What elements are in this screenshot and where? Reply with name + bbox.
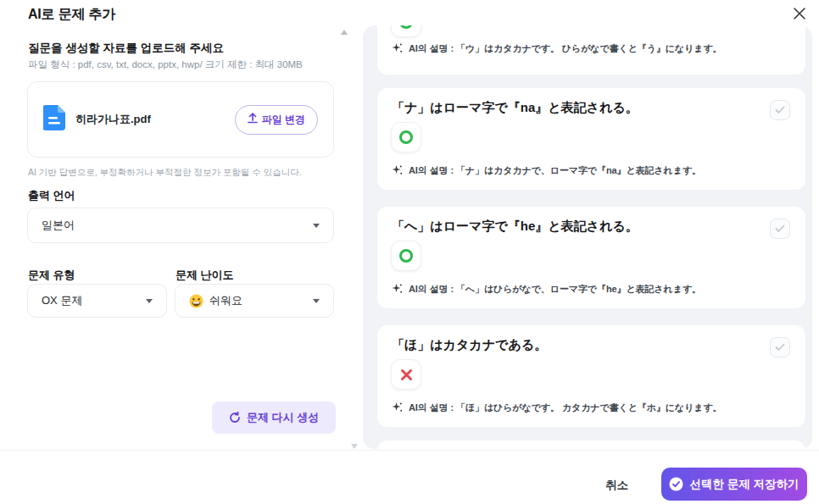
upload-icon xyxy=(248,113,258,126)
question-select-checkbox[interactable] xyxy=(770,337,790,357)
question-text: 「へ」はローマ字で『he』と表記される。 xyxy=(392,219,638,235)
answer-o-icon xyxy=(391,241,421,271)
question-select-checkbox[interactable] xyxy=(770,100,790,120)
save-selected-label: 선택한 문제 저장하기 xyxy=(689,477,799,492)
uploaded-file-name: 히라가나표.pdf xyxy=(75,112,235,127)
question-card: 「ナ」はローマ字で『na』と表記される。 AI의 설명 : 「ナ」はカタカナで、… xyxy=(377,88,805,190)
question-card: AI의 설명 : 「ウ」はカタカナです。 ひらがなで書くと『う』になります。 xyxy=(377,25,805,75)
ai-explanation: AI의 설명 : 「ナ」はカタカナで、ローマ字で『na』と表記されます。 xyxy=(409,164,701,177)
cancel-button[interactable]: 취소 xyxy=(593,471,640,500)
generated-questions-panel: AI의 설명 : 「ウ」はカタカナです。 ひらがなで書くと『う』になります。 「… xyxy=(363,25,812,449)
question-card xyxy=(377,440,805,449)
ai-sparkle-icon xyxy=(392,402,403,417)
close-icon xyxy=(793,7,806,23)
output-language-select[interactable]: 일본어 xyxy=(27,208,334,243)
refresh-icon xyxy=(229,412,241,424)
file-pdf-icon xyxy=(43,105,65,134)
regenerate-questions-button[interactable]: 문제 다시 생성 xyxy=(212,402,336,434)
grinning-face-icon xyxy=(189,294,203,308)
question-type-select[interactable]: OX 문제 xyxy=(27,284,167,318)
answer-o-icon xyxy=(391,25,421,37)
chevron-down-icon xyxy=(146,299,153,303)
page-title: AI로 문제 추가 xyxy=(28,6,115,24)
question-text: 「ナ」はローマ字で『na』と表記される。 xyxy=(392,100,638,116)
upload-heading: 질문을 생성할 자료를 업로드해 주세요 xyxy=(28,41,224,56)
question-text: 「ほ」はカタカナである。 xyxy=(392,337,547,353)
ai-sparkle-icon xyxy=(392,164,403,180)
checkmark-icon xyxy=(775,340,785,355)
ai-sparkle-icon xyxy=(392,283,403,298)
output-language-label: 출력 언어 xyxy=(28,188,75,203)
regenerate-label: 문제 다시 생성 xyxy=(247,410,319,425)
answer-x-icon xyxy=(391,359,421,390)
ai-explanation: AI의 설명 : 「ウ」はカタカナです。 ひらがなで書くと『う』になります。 xyxy=(409,42,722,55)
footer-divider xyxy=(0,450,819,451)
close-button[interactable] xyxy=(788,3,811,25)
save-selected-button[interactable]: 선택한 문제 저장하기 xyxy=(661,468,807,501)
ai-explanation: AI의 설명 : 「へ」はひらがなで、ローマ字で『he』と表記されます。 xyxy=(409,283,701,296)
change-file-label: 파일 변경 xyxy=(262,113,305,127)
ai-disclaimer: AI 기반 답변으로, 부정확하거나 부적절한 정보가 포함될 수 있습니다. xyxy=(28,167,302,179)
question-type-value: OX 문제 xyxy=(42,293,82,308)
uploaded-file-card: 히라가나표.pdf 파일 변경 xyxy=(27,81,334,158)
difficulty-label: 문제 난이도 xyxy=(176,268,234,283)
chevron-down-icon xyxy=(313,299,320,303)
answer-o-icon xyxy=(391,122,421,152)
output-language-value: 일본어 xyxy=(42,218,75,233)
ai-sparkle-icon xyxy=(392,42,403,58)
question-card: 「ほ」はカタカナである。 AI의 설명 : 「ほ」はひらがなです。 カタカナで書… xyxy=(377,325,805,427)
question-type-label: 문제 유형 xyxy=(28,268,75,283)
scrollbar-up-arrow[interactable] xyxy=(341,30,348,35)
question-select-checkbox[interactable] xyxy=(770,219,790,239)
chevron-down-icon xyxy=(313,224,320,228)
check-circle-icon xyxy=(669,477,683,491)
difficulty-select[interactable]: 쉬워요 xyxy=(175,284,334,318)
upload-format-note: 파일 형식 : pdf, csv, txt, docx, pptx, hwp/ … xyxy=(28,58,303,71)
question-card: 「へ」はローマ字で『he』と表記される。 AI의 설명 : 「へ」はひらがなで、… xyxy=(377,207,805,308)
checkmark-icon xyxy=(775,102,785,118)
ai-explanation: AI의 설명 : 「ほ」はひらがなです。 カタカナで書くと『ホ』になります。 xyxy=(409,402,722,414)
change-file-button[interactable]: 파일 변경 xyxy=(235,105,318,135)
difficulty-value: 쉬워요 xyxy=(209,293,242,308)
scrollbar-down-arrow[interactable] xyxy=(351,444,358,449)
checkmark-icon xyxy=(775,221,785,236)
